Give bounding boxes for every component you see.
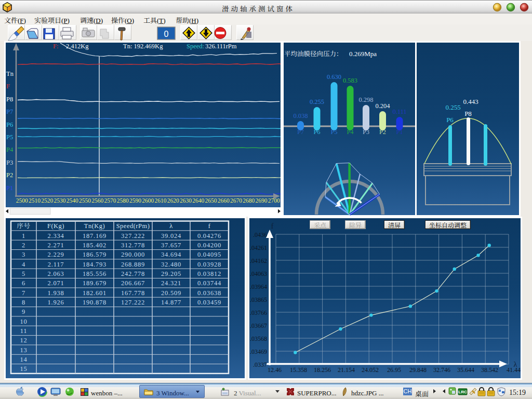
svg-text:0.630: 0.630 (327, 73, 341, 81)
svg-text:37.657: 37.657 (161, 242, 181, 249)
svg-text:20.509: 20.509 (161, 289, 181, 297)
svg-text:38.542: 38.542 (481, 366, 498, 374)
svg-text:0.443: 0.443 (463, 98, 478, 105)
svg-text:0.04200: 0.04200 (197, 242, 221, 249)
svg-text:P3: P3 (363, 128, 369, 136)
svg-text:2.271: 2.271 (47, 242, 64, 249)
svg-text:Speed:: Speed: (187, 43, 204, 50)
svg-text:32.480: 32.480 (161, 261, 181, 268)
svg-text:.04162: .04162 (250, 257, 267, 264)
svg-text:.03964: .03964 (250, 283, 267, 290)
svg-text:290.000: 290.000 (121, 251, 145, 258)
svg-text:0.038: 0.038 (293, 112, 308, 119)
svg-text:0.255: 0.255 (310, 98, 324, 105)
svg-text:Tn(Kg): Tn(Kg) (84, 222, 105, 230)
svg-text:2.063: 2.063 (47, 270, 64, 277)
svg-text:0: 0 (164, 30, 169, 38)
svg-text:24.052: 24.052 (362, 366, 379, 374)
svg-text:0.04095: 0.04095 (197, 251, 221, 258)
svg-text:.03865: .03865 (250, 296, 267, 303)
svg-text:0.583: 0.583 (343, 77, 357, 84)
svg-text:P7: P7 (297, 128, 304, 136)
svg-text:186.579: 186.579 (83, 251, 107, 258)
svg-text:.04063: .04063 (250, 270, 267, 277)
svg-text:189.679: 189.679 (83, 280, 107, 287)
svg-text:12: 12 (20, 337, 27, 344)
svg-text:0.03928: 0.03928 (197, 261, 221, 268)
svg-text:182.601: 182.601 (83, 289, 107, 297)
svg-text:0.269Mpa: 0.269Mpa (349, 50, 377, 58)
svg-text:0.298: 0.298 (358, 96, 373, 103)
svg-text:14.877: 14.877 (161, 299, 181, 306)
svg-text:5: 5 (22, 270, 25, 277)
svg-text:29.848: 29.848 (409, 366, 427, 374)
svg-text:0.03638: 0.03638 (197, 289, 221, 297)
svg-text:平均油膜径向压力：: 平均油膜径向压力： (284, 49, 343, 58)
svg-text:0.04276: 0.04276 (197, 232, 221, 240)
svg-text:34.694: 34.694 (161, 251, 181, 258)
svg-text:18.256: 18.256 (314, 366, 331, 374)
svg-text:268.889: 268.889 (121, 261, 145, 268)
svg-text:1.926: 1.926 (47, 299, 64, 306)
svg-text:1: 1 (22, 232, 25, 240)
svg-text:312.778: 312.778 (121, 242, 145, 249)
svg-text:4: 4 (22, 261, 25, 268)
svg-text:0.111: 0.111 (392, 108, 406, 115)
svg-text:3: 3 (22, 251, 25, 258)
svg-text:P5: P5 (330, 128, 337, 136)
svg-text:167.778: 167.778 (121, 289, 145, 297)
svg-text:P1: P1 (396, 128, 403, 136)
svg-text:.03667: .03667 (250, 322, 267, 329)
svg-text:242.778: 242.778 (121, 270, 145, 277)
svg-text:185.402: 185.402 (83, 242, 107, 249)
svg-text:.03766: .03766 (250, 309, 267, 316)
svg-text:13: 13 (20, 347, 27, 354)
svg-text:Speed(rPm): Speed(rPm) (116, 222, 150, 230)
svg-text:2.071: 2.071 (47, 280, 64, 287)
svg-text:.04261: .04261 (250, 244, 267, 251)
svg-text:7: 7 (22, 289, 25, 297)
svg-text:24.321: 24.321 (161, 280, 181, 287)
svg-text:f: f (271, 222, 274, 230)
svg-text:21.154: 21.154 (338, 366, 355, 374)
svg-text:35.644: 35.644 (457, 366, 474, 374)
svg-text:2.229: 2.229 (47, 251, 64, 258)
svg-text:1.938: 1.938 (47, 289, 64, 297)
svg-text:0.03459: 0.03459 (197, 299, 221, 306)
svg-text:15.358: 15.358 (290, 366, 307, 374)
svg-text:P6: P6 (313, 128, 320, 136)
svg-text:206.667: 206.667 (121, 280, 145, 287)
svg-text:2.412Kg: 2.412Kg (66, 43, 89, 50)
svg-text:λ: λ (514, 361, 517, 368)
svg-text:LRC: LRC (458, 390, 467, 394)
svg-text:F(Kg): F(Kg) (47, 222, 64, 230)
svg-text:29.205: 29.205 (161, 270, 181, 277)
svg-text:32.746: 32.746 (433, 366, 450, 374)
svg-text:187.169: 187.169 (83, 232, 107, 240)
svg-text:F:: F: (53, 43, 58, 50)
svg-text:.0436: .0436 (253, 231, 267, 238)
svg-text:127.222: 127.222 (121, 299, 145, 306)
svg-text:185.556: 185.556 (83, 270, 107, 277)
svg-text:12.46: 12.46 (268, 366, 282, 374)
svg-text:15: 15 (20, 365, 27, 373)
svg-text:.03568: .03568 (250, 335, 267, 342)
svg-text:9: 9 (22, 308, 25, 315)
svg-text:0.03812: 0.03812 (197, 270, 221, 277)
svg-text:10: 10 (20, 318, 27, 325)
svg-text:2.334: 2.334 (47, 232, 64, 240)
svg-text:Tn: 192.469Kg: Tn: 192.469Kg (123, 43, 163, 50)
svg-text:P2: P2 (379, 128, 386, 136)
svg-text:326.111rPm: 326.111rPm (205, 43, 237, 50)
svg-text:0.255: 0.255 (445, 103, 460, 111)
svg-text:6: 6 (22, 280, 25, 287)
svg-text:2: 2 (22, 242, 25, 249)
svg-text:184.793: 184.793 (83, 261, 107, 268)
svg-text:11: 11 (20, 327, 28, 335)
svg-text:2.117: 2.117 (48, 261, 64, 268)
svg-text:0.03744: 0.03744 (197, 280, 221, 287)
svg-text:14: 14 (20, 356, 27, 363)
svg-text:λ: λ (169, 222, 173, 230)
svg-text:P4: P4 (347, 128, 354, 136)
svg-text:190.878: 190.878 (83, 299, 107, 306)
